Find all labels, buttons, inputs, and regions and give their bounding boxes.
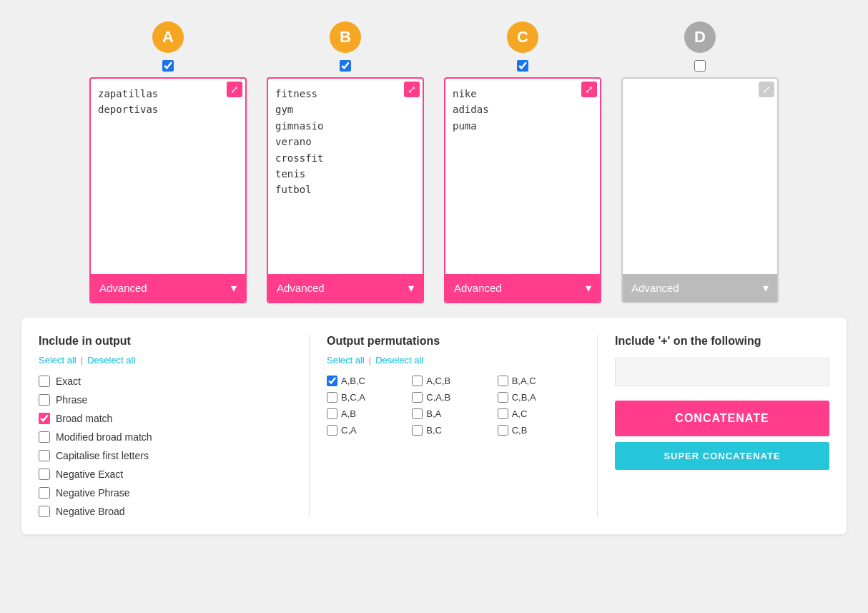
perm-label-ab: A,B (341, 408, 356, 419)
include-checkbox-capitalise[interactable] (39, 450, 50, 461)
include-output-list: ExactPhraseBroad matchModified broad mat… (39, 376, 292, 517)
advanced-bar-A[interactable]: Advanced▾ (91, 274, 245, 302)
perm-checkbox-bc[interactable] (412, 425, 423, 436)
column-box-B: ⤢Advanced▾ (267, 77, 424, 303)
perm-checkbox-ac[interactable] (498, 408, 508, 419)
column-badge-B: B (330, 21, 361, 53)
column-badge-A: A (152, 21, 184, 53)
perm-item-cba[interactable]: C,B,A (498, 392, 580, 403)
include-item-neg_broad[interactable]: Negative Broad (39, 506, 292, 517)
columns-area: A⤢Advanced▾B⤢Advanced▾C⤢Advanced▾D⤢Advan… (14, 14, 854, 318)
perm-item-ac[interactable]: A,C (498, 408, 580, 419)
include-item-modified_broad[interactable]: Modified broad match (39, 431, 292, 443)
perm-item-ba[interactable]: B,A (412, 408, 494, 419)
perm-item-cab[interactable]: C,A,B (412, 392, 494, 403)
column-checkbox-A[interactable] (162, 60, 174, 72)
column-badge-D: D (684, 21, 716, 53)
perm-checkbox-bac[interactable] (498, 376, 508, 386)
perm-checkbox-acb[interactable] (412, 376, 423, 386)
column-textarea-D[interactable] (623, 79, 777, 272)
move-handle-A[interactable]: ⤢ (227, 82, 242, 97)
include-checkbox-neg_broad[interactable] (39, 506, 50, 517)
include-checkbox-broad_match[interactable] (39, 413, 50, 424)
include-checkbox-exact[interactable] (39, 376, 50, 387)
include-output-section: Include in output Select all | Deselect … (39, 335, 292, 517)
advanced-label-D: Advanced (631, 282, 679, 294)
plus-input[interactable] (615, 358, 829, 386)
move-handle-D[interactable]: ⤢ (759, 82, 774, 97)
advanced-bar-C[interactable]: Advanced▾ (445, 274, 600, 302)
permutations-grid: A,B,CA,C,BB,A,CB,C,AC,A,BC,B,AA,BB,AA,CC… (327, 376, 580, 436)
perm-item-bca[interactable]: B,C,A (327, 392, 409, 403)
perm-label-bca: B,C,A (341, 392, 365, 403)
perm-item-cb[interactable]: C,B (498, 425, 580, 436)
include-select-all-link[interactable]: Select all (39, 355, 77, 366)
permutations-links: Select all | Deselect all (327, 355, 580, 366)
include-label-exact: Exact (56, 376, 81, 387)
divider-2 (597, 335, 598, 517)
include-item-neg_phrase[interactable]: Negative Phrase (39, 487, 292, 499)
column-textarea-B[interactable] (268, 79, 423, 272)
perm-item-abc[interactable]: A,B,C (327, 376, 409, 386)
perm-checkbox-ba[interactable] (412, 408, 423, 419)
divider-1 (309, 335, 310, 517)
perm-label-ba: B,A (426, 408, 441, 419)
advanced-label-A: Advanced (99, 282, 147, 294)
perm-checkbox-bca[interactable] (327, 392, 337, 403)
perm-label-acb: A,C,B (426, 376, 450, 386)
column-textarea-C[interactable] (445, 79, 600, 272)
perm-deselect-all-link[interactable]: Deselect all (375, 355, 423, 366)
include-item-exact[interactable]: Exact (39, 376, 292, 387)
perm-item-bac[interactable]: B,A,C (498, 376, 580, 386)
perm-label-bc: B,C (426, 425, 442, 436)
column-wrapper-C: C⤢Advanced▾ (437, 21, 608, 303)
column-textarea-A[interactable] (91, 79, 245, 272)
move-handle-B[interactable]: ⤢ (404, 82, 420, 97)
perm-checkbox-ca[interactable] (327, 425, 337, 436)
main-container: A⤢Advanced▾B⤢Advanced▾C⤢Advanced▾D⤢Advan… (0, 0, 868, 549)
perm-item-acb[interactable]: A,C,B (412, 376, 494, 386)
include-item-neg_exact[interactable]: Negative Exact (39, 469, 292, 480)
advanced-chevron-A: ▾ (231, 281, 237, 295)
include-label-neg_broad: Negative Broad (56, 506, 125, 517)
perm-item-ab[interactable]: A,B (327, 408, 409, 419)
advanced-bar-B[interactable]: Advanced▾ (268, 274, 423, 302)
include-item-capitalise[interactable]: Capitalise first letters (39, 450, 292, 461)
perm-label-cab: C,A,B (426, 392, 450, 403)
output-permutations-title: Output permutations (327, 335, 580, 348)
column-badge-C: C (507, 21, 538, 53)
advanced-label-C: Advanced (454, 282, 502, 294)
column-box-A: ⤢Advanced▾ (89, 77, 247, 303)
perm-select-all-link[interactable]: Select all (327, 355, 365, 366)
perm-checkbox-ab[interactable] (327, 408, 337, 419)
super-concatenate-button[interactable]: SUPER CONCATENATE (615, 442, 829, 470)
column-checkbox-D[interactable] (694, 60, 706, 72)
include-checkbox-modified_broad[interactable] (39, 431, 50, 443)
perm-checkbox-abc[interactable] (327, 376, 337, 386)
perm-label-abc: A,B,C (341, 376, 365, 386)
column-wrapper-B: B⤢Advanced▾ (260, 21, 431, 303)
include-label-broad_match: Broad match (56, 413, 112, 424)
perm-label-ca: C,A (341, 425, 357, 436)
include-deselect-all-link[interactable]: Deselect all (87, 355, 135, 366)
include-checkbox-neg_phrase[interactable] (39, 487, 50, 499)
perm-item-bc[interactable]: B,C (412, 425, 494, 436)
include-item-broad_match[interactable]: Broad match (39, 413, 292, 424)
column-checkbox-C[interactable] (517, 60, 528, 72)
move-handle-C[interactable]: ⤢ (581, 82, 597, 97)
include-label-neg_phrase: Negative Phrase (56, 487, 130, 499)
column-checkbox-B[interactable] (340, 60, 351, 72)
perm-label-bac: B,A,C (512, 376, 536, 386)
concatenate-button[interactable]: CONCATENATE (615, 401, 829, 436)
perm-item-ca[interactable]: C,A (327, 425, 409, 436)
perm-checkbox-cba[interactable] (498, 392, 508, 403)
perm-label-ac: A,C (512, 408, 528, 419)
perm-checkbox-cab[interactable] (412, 392, 423, 403)
include-checkbox-phrase[interactable] (39, 394, 50, 406)
column-wrapper-D: D⤢Advanced▾ (614, 21, 786, 303)
bottom-panel: Include in output Select all | Deselect … (21, 318, 847, 534)
include-item-phrase[interactable]: Phrase (39, 394, 292, 406)
include-checkbox-neg_exact[interactable] (39, 469, 50, 480)
advanced-bar-D[interactable]: Advanced▾ (623, 274, 777, 302)
perm-checkbox-cb[interactable] (498, 425, 508, 436)
